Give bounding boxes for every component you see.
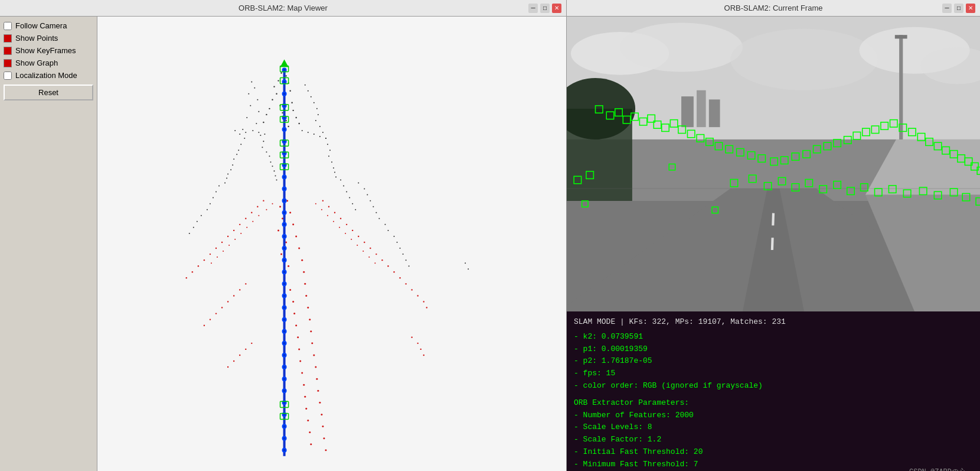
svg-point-20 [251,82,252,83]
svg-point-258 [283,449,286,452]
svg-point-249 [283,342,286,345]
svg-point-188 [204,324,205,326]
info-panel-inner: SLAM MODE | KFs: 322, MPs: 19107, Matche… [574,316,973,471]
svg-point-84 [215,191,217,193]
info-line: - fps: 15 [574,368,973,380]
svg-point-218 [339,227,340,228]
svg-point-88 [358,182,359,183]
svg-point-111 [279,206,281,207]
svg-point-5 [289,90,290,91]
svg-point-56 [319,126,321,127]
show-points-row[interactable]: Show Points [4,34,93,43]
svg-point-236 [283,187,286,191]
svg-point-163 [204,259,205,261]
svg-point-99 [384,224,386,225]
svg-point-199 [411,337,412,338]
svg-point-253 [283,389,286,392]
svg-point-6 [276,93,277,95]
svg-point-54 [318,114,319,115]
svg-point-2 [277,80,279,81]
current-frame-close[interactable]: ✕ [966,4,975,13]
svg-point-34 [238,150,239,151]
svg-point-0 [280,72,282,73]
svg-point-195 [245,349,246,350]
svg-point-74 [313,134,315,135]
svg-marker-268 [280,59,289,67]
svg-point-198 [227,366,228,368]
svg-point-193 [426,307,427,308]
svg-point-231 [283,128,286,131]
svg-point-24 [250,105,251,106]
localization-mode-row[interactable]: Localization Mode [4,71,93,80]
svg-point-148 [322,425,324,427]
follow-camera-label: Follow Camera [15,21,67,30]
svg-point-151 [310,443,312,445]
svg-point-205 [258,215,259,216]
map-viewer-maximize[interactable]: □ [540,4,550,13]
svg-point-45 [275,175,276,176]
svg-point-176 [375,254,377,255]
info-line: - Number of Features: 2000 [574,410,973,422]
svg-point-8 [272,99,273,100]
svg-point-256 [283,425,286,428]
svg-point-200 [417,343,419,344]
svg-rect-335 [749,175,756,182]
reset-button[interactable]: Reset [4,85,93,100]
follow-camera-row[interactable]: Follow Camera [4,21,93,30]
svg-rect-304 [726,145,733,152]
svg-point-141 [303,384,305,386]
svg-rect-276 [697,90,706,127]
svg-point-65 [335,176,337,177]
current-frame-maximize[interactable]: □ [954,4,963,13]
svg-point-190 [411,289,412,290]
svg-point-37 [269,155,270,157]
svg-rect-311 [803,151,810,158]
svg-point-105 [406,259,407,261]
localization-mode-checkbox[interactable] [4,72,12,80]
svg-point-100 [387,230,388,231]
svg-point-153 [263,200,264,201]
show-graph-label: Show Graph [15,59,58,67]
camera-view [567,17,980,311]
svg-point-94 [197,221,198,222]
svg-rect-334 [730,179,737,186]
svg-point-138 [315,366,316,368]
svg-point-73 [308,132,309,133]
map-viewer-minimize[interactable]: ─ [528,4,538,13]
svg-point-217 [333,221,334,222]
show-graph-colored-checkbox[interactable] [4,59,12,67]
svg-point-86 [210,203,211,204]
info-panel: SLAM MODE | KFs: 322, MPs: 19107, Matche… [567,311,980,471]
info-line: - p1: 0.00019359 [574,343,973,356]
svg-point-156 [245,218,246,219]
show-keyframes-colored-checkbox[interactable] [4,47,12,55]
slam-status: SLAM MODE | KFs: 322, MPs: 19107, Matche… [574,316,973,329]
svg-point-241 [283,246,286,250]
show-keyframes-row[interactable]: Show KeyFrames [4,46,93,55]
map-viewer-close[interactable]: ✕ [552,4,561,13]
svg-point-203 [272,203,273,204]
svg-point-206 [252,221,253,222]
svg-point-42 [230,169,231,170]
show-keyframes-label: Show KeyFrames [15,46,76,55]
svg-point-97 [375,212,377,213]
show-graph-row[interactable]: Show Graph [4,59,93,67]
svg-point-79 [346,191,347,193]
svg-point-92 [373,206,374,207]
svg-rect-281 [895,35,907,38]
current-frame-minimize[interactable]: ─ [942,4,952,13]
svg-point-128 [307,307,309,308]
show-points-colored-checkbox[interactable] [4,34,12,43]
svg-point-59 [327,144,328,145]
svg-point-165 [192,271,193,272]
svg-point-129 [293,313,295,314]
svg-point-244 [283,282,286,285]
svg-point-131 [295,324,297,326]
svg-point-126 [305,295,307,297]
svg-point-49 [305,85,306,86]
svg-point-185 [221,307,223,308]
svg-point-248 [283,330,286,333]
follow-camera-checkbox[interactable] [4,22,12,30]
svg-point-201 [420,349,422,350]
svg-point-83 [218,186,220,187]
